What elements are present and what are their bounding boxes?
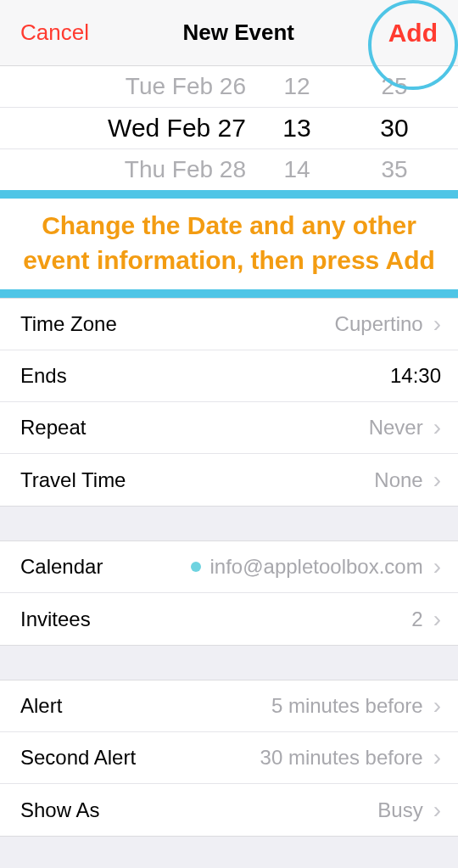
alert-row[interactable]: Alert 5 minutes before ›: [0, 680, 458, 732]
alert-value: 5 minutes before: [271, 694, 423, 718]
calendar-label: Calendar: [20, 555, 103, 579]
picker-hour: 12: [254, 73, 339, 100]
nav-bar: Cancel New Event Add: [0, 0, 458, 66]
time-zone-row[interactable]: Time Zone Cupertino ›: [0, 299, 458, 350]
repeat-value: Never: [369, 416, 423, 440]
invitees-value: 2: [411, 608, 422, 631]
picker-minute: 35: [339, 156, 450, 183]
time-settings-group: Time Zone Cupertino › Ends 14:30 Repeat …: [0, 298, 458, 507]
second-alert-value: 30 minutes before: [260, 746, 423, 770]
picker-minute: 25: [339, 73, 450, 100]
repeat-label: Repeat: [20, 416, 86, 440]
picker-date: Tue Feb 26: [47, 73, 254, 100]
calendar-color-dot-icon: [191, 562, 201, 572]
picker-hour-selected: 13: [254, 114, 339, 143]
chevron-right-icon: ›: [433, 553, 441, 580]
picker-minute-selected: 30: [339, 114, 450, 143]
calendar-value: info@appletoolbox.com: [209, 555, 422, 579]
travel-time-row[interactable]: Travel Time None ›: [0, 454, 458, 506]
repeat-row[interactable]: Repeat Never ›: [0, 402, 458, 454]
chevron-right-icon: ›: [433, 692, 441, 720]
travel-time-label: Travel Time: [20, 468, 126, 492]
picker-date: Thu Feb 28: [47, 156, 254, 183]
chevron-right-icon: ›: [433, 311, 441, 338]
picker-hour: 14: [254, 156, 339, 183]
page-title: New Event: [183, 20, 295, 46]
chevron-right-icon: ›: [433, 744, 441, 771]
invitees-row[interactable]: Invitees 2 ›: [0, 593, 458, 645]
travel-time-value: None: [374, 468, 422, 492]
chevron-right-icon: ›: [433, 606, 441, 633]
chevron-right-icon: ›: [433, 414, 441, 441]
ends-value: 14:30: [390, 364, 441, 388]
annotation-bar-top: [0, 190, 458, 199]
cancel-button[interactable]: Cancel: [20, 20, 89, 46]
alert-label: Alert: [20, 694, 62, 718]
time-zone-label: Time Zone: [20, 312, 117, 336]
ends-label: Ends: [20, 364, 67, 388]
alert-group: Alert 5 minutes before › Second Alert 30…: [0, 680, 458, 837]
add-button[interactable]: Add: [388, 19, 438, 48]
annotation-bar-bottom: [0, 289, 458, 298]
time-zone-value: Cupertino: [335, 312, 423, 336]
chevron-right-icon: ›: [433, 467, 441, 494]
date-time-picker[interactable]: Tue Feb 26 12 25 Wed Feb 27 13 30 Thu Fe…: [0, 66, 458, 190]
invitees-label: Invitees: [20, 608, 91, 631]
second-alert-label: Second Alert: [20, 746, 136, 770]
second-alert-row[interactable]: Second Alert 30 minutes before ›: [0, 732, 458, 784]
show-as-label: Show As: [20, 798, 99, 822]
picker-date-selected: Wed Feb 27: [47, 114, 254, 143]
chevron-right-icon: ›: [433, 797, 441, 824]
tutorial-annotation: Change the Date and any other event info…: [0, 199, 458, 289]
calendar-row[interactable]: Calendar info@appletoolbox.com ›: [0, 541, 458, 593]
show-as-row[interactable]: Show As Busy ›: [0, 784, 458, 836]
calendar-group: Calendar info@appletoolbox.com › Invitee…: [0, 540, 458, 646]
ends-row[interactable]: Ends 14:30: [0, 350, 458, 402]
show-as-value: Busy: [377, 798, 422, 822]
